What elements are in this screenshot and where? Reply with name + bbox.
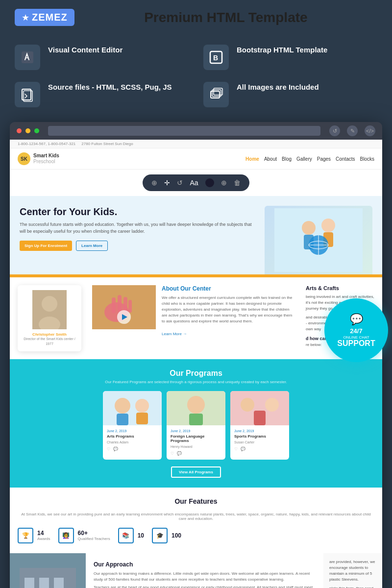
svg-point-18 bbox=[42, 296, 57, 312]
our-features-sub: At Smart Kids, we see our art in providi… bbox=[18, 512, 374, 521]
svg-rect-23 bbox=[118, 295, 122, 312]
browser-mockup: ↺ ✎ </> 1-800-1234-567, 1-800-0547-321 2… bbox=[10, 122, 382, 588]
awards-icon-box: 🏆 bbox=[18, 528, 33, 543]
feat-teachers: 👩‍🏫 60+ Qualified Teachers bbox=[58, 528, 110, 543]
program-like-icon-1: ♡ bbox=[107, 447, 110, 451]
site-logo-icon: SK bbox=[18, 152, 30, 165]
program-name-3: Sports Programs bbox=[234, 434, 285, 439]
stat3-num: 10 bbox=[138, 532, 144, 539]
right-col-faq: are provided, however, we encourage stud… bbox=[323, 553, 382, 588]
approach-text-area: Our Approach Our approach to learning ma… bbox=[86, 553, 323, 588]
browser-maximize-btn bbox=[34, 128, 39, 133]
svg-rect-22 bbox=[112, 297, 116, 313]
hero-signup-btn[interactable]: Sign Up For Enrolment bbox=[20, 241, 72, 251]
program-comment-icon-3: 💬 bbox=[241, 447, 245, 451]
hero-section: Center for Your Kids. The successful fut… bbox=[10, 196, 382, 274]
source-files-icon bbox=[15, 82, 40, 107]
site-content: 1-800-1234-567, 1-800-0547-321 2780 Fult… bbox=[10, 140, 382, 588]
nav-gallery[interactable]: Gallery bbox=[296, 156, 312, 162]
teachers-label: Qualified Teachers bbox=[78, 537, 110, 541]
program-comment-icon-2: 💬 bbox=[177, 451, 182, 456]
program-name-1: Arts Programs bbox=[107, 434, 158, 439]
browser-bar: ↺ ✎ </> bbox=[10, 122, 382, 140]
approach-text: Our approach to learning makes a differe… bbox=[94, 571, 316, 583]
program-name-2: Foreign Language Programs bbox=[171, 434, 221, 443]
tool-color-dot[interactable] bbox=[205, 178, 214, 187]
about-link[interactable]: Learn More → bbox=[162, 332, 187, 336]
tool-delete-icon[interactable]: 🗑 bbox=[234, 179, 241, 187]
svg-rect-43 bbox=[39, 578, 49, 588]
program-like-icon-3: ♡ bbox=[234, 447, 238, 451]
program-comment-icon-1: 💬 bbox=[113, 447, 118, 451]
site-nav-links: Home About Blog Gallery Pages Contacts B… bbox=[245, 156, 374, 162]
feature-visual-editor-label: Visual Content Editor bbox=[48, 45, 122, 55]
site-nav: SK Smart Kids Preschool Home About Blog … bbox=[10, 148, 382, 170]
browser-close-btn bbox=[17, 128, 22, 133]
chat-support-badge[interactable]: 💬 24/7 ONLINE CHAT SUPPORT bbox=[324, 298, 388, 362]
feature-bootstrap: B Bootstrap HTML Template bbox=[203, 45, 377, 70]
stat3-icon-box: 📚 bbox=[118, 528, 134, 543]
about-text-right: About Our Center We offer a structured e… bbox=[162, 285, 295, 337]
program-img-1 bbox=[103, 391, 162, 425]
approach-title: Our Approach bbox=[94, 561, 316, 568]
program-card-2: June 2, 2019 Foreign Language Programs H… bbox=[167, 391, 225, 460]
approach-row: Our Approach Our approach to learning ma… bbox=[10, 553, 382, 588]
program-author-1: Charles Adam bbox=[107, 441, 158, 444]
craft-title: Arts & Crafts bbox=[306, 285, 374, 291]
hero-learn-btn[interactable]: Learn More bbox=[76, 241, 108, 251]
profile-card-area: Christopher Smith Director of the Smart … bbox=[18, 285, 81, 351]
hero-image-placeholder bbox=[265, 206, 372, 274]
features-section: Visual Content Editor B Bootstrap HTML T… bbox=[0, 31, 392, 117]
about-title: About Our Center bbox=[162, 285, 295, 292]
tool-text-icon[interactable]: Aa bbox=[190, 179, 198, 187]
program-author-3: Susan Carter bbox=[234, 441, 285, 444]
program-icons-1: ♡ 💬 bbox=[107, 447, 158, 451]
svg-rect-28 bbox=[103, 391, 162, 425]
brand-logo[interactable]: ★ ZEMEZ bbox=[15, 9, 74, 26]
nav-blog[interactable]: Blog bbox=[282, 156, 292, 162]
nav-home[interactable]: Home bbox=[245, 156, 259, 162]
phone-numbers: 1-800-1234-567, 1-800-0547-321 bbox=[18, 142, 75, 146]
feat-stat3: 📚 10 bbox=[118, 528, 144, 543]
program-icons-3: ♡ 💬 bbox=[234, 447, 285, 451]
feature-source-files-label: Source files - HTML, SCSS, Pug, JS bbox=[48, 82, 172, 92]
awards-stat: 14 Awards bbox=[37, 530, 50, 541]
building-image bbox=[10, 553, 86, 588]
program-img-2 bbox=[167, 391, 225, 425]
program-author-2: Henry Howard bbox=[171, 445, 221, 448]
program-card-3: June 2, 2019 Sports Programs Susan Carte… bbox=[230, 391, 289, 460]
program-card-body-3: June 2, 2019 Sports Programs Susan Carte… bbox=[230, 425, 289, 455]
tool-add-icon[interactable]: ⊕ bbox=[221, 179, 227, 187]
address: 2780 Fulton Street Sun Diego bbox=[81, 142, 133, 146]
svg-point-29 bbox=[115, 398, 130, 414]
svg-point-31 bbox=[135, 399, 149, 413]
svg-rect-25 bbox=[128, 300, 132, 313]
nav-blocks[interactable]: Blocks bbox=[360, 156, 374, 162]
feat-awards: 🏆 14 Awards bbox=[18, 528, 50, 543]
awards-num: 14 bbox=[37, 530, 50, 537]
teachers-num: 60+ bbox=[78, 530, 110, 537]
teachers-stat: 60+ Qualified Teachers bbox=[78, 530, 110, 541]
program-date-3: June 2, 2019 bbox=[234, 429, 285, 433]
nav-about[interactable]: About bbox=[264, 156, 277, 162]
browser-edit-icon: ✎ bbox=[347, 125, 358, 136]
tool-frame-icon[interactable]: ⊕ bbox=[151, 179, 157, 187]
site-logo: SK Smart Kids Preschool bbox=[18, 152, 59, 165]
hero-text: The successful future starts with good e… bbox=[20, 221, 255, 235]
program-date-1: June 2, 2019 bbox=[107, 429, 158, 433]
svg-rect-32 bbox=[136, 413, 148, 424]
tool-move-icon[interactable]: ✛ bbox=[164, 179, 170, 187]
stat4-val: 100 bbox=[172, 532, 181, 539]
feature-images-label: All Images are Included bbox=[237, 82, 319, 92]
program-card-body-1: June 2, 2019 Arts Programs Charles Adam … bbox=[103, 425, 162, 455]
view-all-programs-btn[interactable]: View All Programs bbox=[171, 466, 221, 478]
tool-refresh-icon[interactable]: ↺ bbox=[177, 179, 183, 187]
nav-pages[interactable]: Pages bbox=[317, 156, 331, 162]
feature-visual-editor: Visual Content Editor bbox=[15, 45, 189, 70]
edit-toolbar: ⊕ ✛ ↺ Aa ⊕ 🗑 bbox=[143, 174, 249, 191]
bootstrap-icon: B bbox=[203, 45, 229, 70]
our-features-title: Our Features bbox=[18, 497, 374, 505]
feature-source-files: Source files - HTML, SCSS, Pug, JS bbox=[15, 82, 189, 107]
nav-contacts[interactable]: Contacts bbox=[336, 156, 355, 162]
profile-role: Director of the Smart Kids center / 1977 bbox=[23, 337, 76, 346]
